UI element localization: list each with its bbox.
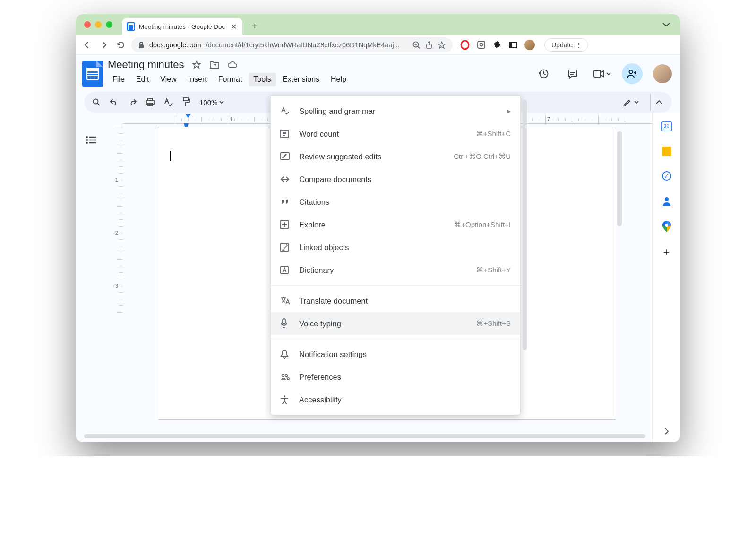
shortcut-label: ⌘+Shift+C	[476, 130, 511, 138]
add-addon-icon[interactable]: +	[662, 247, 672, 257]
svg-point-15	[94, 99, 98, 104]
redo-icon[interactable]	[125, 95, 140, 110]
svg-rect-0	[139, 44, 144, 48]
expand-panel-icon[interactable]	[662, 426, 672, 436]
menubar: FileEditViewInsertFormatToolsExtensionsH…	[108, 73, 529, 86]
menu-item-review-suggested-edits[interactable]: Review suggested editsCtrl+⌘O Ctrl+⌘U	[271, 145, 520, 168]
app-header: Meeting minutes FileEditViewInsertFormat…	[76, 55, 680, 87]
zoom-icon[interactable]	[412, 41, 421, 49]
paint-format-icon[interactable]	[179, 95, 194, 110]
svg-point-5	[461, 41, 469, 49]
zoom-select[interactable]: 100%	[197, 98, 227, 106]
extension-icons: Update ⋮	[460, 38, 588, 52]
svg-rect-19	[148, 103, 153, 106]
contacts-icon[interactable]	[662, 196, 672, 206]
menu-item-dictionary[interactable]: Dictionary⌘+Shift+Y	[271, 259, 520, 281]
menu-item-label: Preferences	[299, 373, 341, 382]
menu-view[interactable]: View	[155, 73, 181, 86]
menu-item-spelling-and-grammar[interactable]: Spelling and grammar▶	[271, 100, 520, 122]
menu-tools[interactable]: Tools	[249, 73, 275, 86]
extension-icon-2[interactable]	[476, 40, 486, 50]
maps-icon[interactable]	[662, 221, 672, 232]
tabs-menu-button[interactable]	[662, 22, 670, 27]
menu-item-preferences[interactable]: Preferences	[271, 366, 520, 388]
minimize-window-button[interactable]	[95, 21, 102, 28]
browser-tab[interactable]: Meeting minutes - Google Doc ✕	[122, 18, 242, 35]
tab-title: Meeting minutes - Google Doc	[139, 23, 225, 30]
close-tab-button[interactable]: ✕	[231, 22, 237, 31]
share-button[interactable]	[622, 63, 643, 84]
svg-rect-38	[283, 319, 285, 324]
menu-format[interactable]: Format	[214, 73, 247, 86]
menu-item-label: Translate document	[299, 296, 368, 305]
menu-item-linked-objects[interactable]: Linked objects	[271, 236, 520, 259]
menu-item-word-count[interactable]: Word count⌘+Shift+C	[271, 122, 520, 145]
calendar-icon[interactable]: 31	[662, 121, 672, 131]
document-scrollbar[interactable]	[617, 131, 622, 226]
browser-tabbar: Meeting minutes - Google Doc ✕ +	[76, 14, 680, 35]
menu-insert[interactable]: Insert	[183, 73, 212, 86]
address-bar[interactable]: docs.google.com/document/d/1cryt5khWndWR…	[131, 37, 453, 52]
menu-edit[interactable]: Edit	[131, 73, 154, 86]
close-window-button[interactable]	[84, 21, 91, 28]
horizontal-scrollbar[interactable]	[84, 434, 645, 438]
editing-mode-icon[interactable]	[618, 98, 644, 106]
url-path: /document/d/1cryt5khWndWRatUNuZ8cIfxez06…	[206, 41, 400, 49]
account-avatar[interactable]	[653, 64, 672, 83]
document-title[interactable]: Meeting minutes	[108, 59, 184, 71]
svg-rect-20	[183, 98, 188, 101]
undo-icon[interactable]	[107, 95, 122, 110]
new-tab-button[interactable]: +	[248, 21, 261, 32]
meet-icon[interactable]	[593, 64, 611, 83]
collapse-toolbar-icon[interactable]	[650, 94, 667, 111]
star-icon[interactable]	[191, 60, 202, 70]
forward-button[interactable]	[97, 38, 111, 52]
preferences-icon	[280, 373, 291, 381]
tasks-icon[interactable]: ✓	[662, 171, 671, 181]
outline-icon[interactable]	[86, 136, 96, 144]
citations-icon	[280, 199, 291, 205]
menu-item-notification-settings[interactable]: Notification settings	[271, 343, 520, 366]
opera-extension-icon[interactable]	[460, 40, 470, 50]
dictionary-icon	[280, 266, 291, 274]
extensions-puzzle-icon[interactable]	[492, 40, 502, 50]
menu-file[interactable]: File	[108, 73, 129, 86]
share-page-icon[interactable]	[425, 41, 433, 49]
update-button[interactable]: Update ⋮	[544, 38, 588, 52]
menu-help[interactable]: Help	[326, 73, 351, 86]
menu-item-label: Linked objects	[299, 243, 349, 252]
review-icon	[280, 152, 291, 161]
move-folder-icon[interactable]	[209, 60, 220, 70]
menu-item-compare-documents[interactable]: Compare documents	[271, 168, 520, 191]
back-button[interactable]	[80, 38, 94, 52]
reload-button[interactable]	[114, 38, 128, 52]
notification-icon	[280, 349, 291, 359]
search-icon[interactable]	[89, 95, 104, 110]
keep-icon[interactable]	[662, 147, 671, 156]
tools-menu-dropdown: Spelling and grammar▶Word count⌘+Shift+C…	[270, 96, 521, 415]
print-icon[interactable]	[143, 95, 158, 110]
maximize-window-button[interactable]	[106, 21, 112, 28]
menu-item-accessibility[interactable]: Accessibility	[271, 388, 520, 411]
svg-point-25	[86, 142, 88, 144]
comments-icon[interactable]	[563, 64, 582, 83]
profile-avatar-small[interactable]	[524, 40, 535, 50]
menu-extensions[interactable]: Extensions	[278, 73, 324, 86]
svg-rect-6	[478, 41, 485, 48]
bookmark-icon[interactable]	[438, 41, 446, 49]
menu-item-voice-typing[interactable]: Voice typing⌘+Shift+S	[271, 312, 520, 335]
menu-item-citations[interactable]: Citations	[271, 191, 520, 213]
cloud-status-icon[interactable]	[227, 60, 238, 70]
docs-logo-icon[interactable]	[82, 61, 103, 87]
svg-point-39	[282, 375, 284, 377]
voice-icon	[280, 318, 291, 329]
menu-scrollbar[interactable]	[523, 100, 527, 350]
svg-point-7	[480, 44, 482, 46]
menu-item-translate-document[interactable]: Translate document	[271, 289, 520, 312]
spellcheck-toolbar-icon[interactable]	[161, 95, 176, 110]
vertical-ruler[interactable]: 123	[114, 127, 123, 442]
menu-item-explore[interactable]: Explore⌘+Option+Shift+I	[271, 213, 520, 236]
history-icon[interactable]	[534, 64, 553, 83]
window-extension-icon[interactable]	[508, 40, 518, 50]
menu-item-label: Dictionary	[299, 266, 334, 275]
